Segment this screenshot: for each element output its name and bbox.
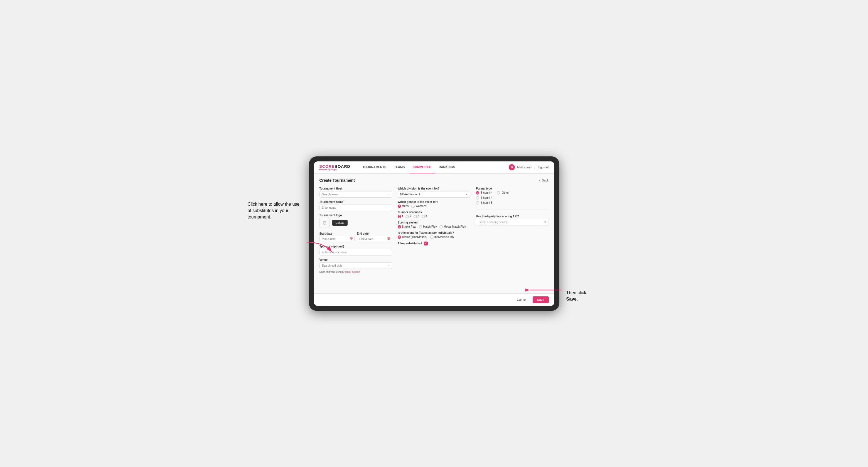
nav-teams[interactable]: TEAMS	[390, 161, 409, 174]
upload-button[interactable]: Upload	[332, 220, 348, 226]
user-avatar: B	[509, 164, 515, 170]
format-other-radio[interactable]	[497, 191, 500, 194]
format-label: Format type	[476, 187, 549, 190]
right-annotation: Then click Save.	[566, 289, 612, 302]
logo-placeholder: 🖼	[319, 218, 330, 228]
scoring-options: Stroke Play Match Play Medal Match Play	[398, 225, 470, 228]
end-date-input[interactable]	[357, 236, 392, 242]
nav-user: B blair admin | Sign out	[509, 164, 549, 170]
left-annotation: Click here to allow the use of substitut…	[248, 201, 303, 220]
medal-match-play[interactable]: Medal Match Play	[439, 225, 466, 228]
tournament-logo-group: Tournament logo 🖼 Upload	[319, 214, 392, 228]
format-5count4[interactable]: 5 count 4	[476, 191, 492, 194]
rounds-2-radio[interactable]	[405, 215, 409, 218]
tournament-logo-label: Tournament logo	[319, 214, 392, 217]
gender-mens[interactable]: Mens	[398, 205, 408, 208]
format-5count4-radio[interactable]	[476, 191, 479, 194]
logo-area: SCORESCOREBOARDBOARD Powered by clippd	[319, 164, 350, 170]
rounds-4[interactable]: 4	[422, 215, 428, 218]
scoring-api-select[interactable]: Select a scoring service	[476, 219, 549, 225]
nav-rankings[interactable]: RANKINGS	[435, 161, 459, 174]
tournament-name-label: Tournament name	[319, 200, 392, 204]
gender-label: Which gender is the event for?	[398, 200, 470, 204]
venue-input[interactable]	[319, 262, 392, 269]
gender-womens-radio[interactable]	[411, 205, 415, 208]
teams-individuals-radio[interactable]	[398, 236, 401, 239]
format-other[interactable]: Other	[497, 191, 509, 194]
venue-group: Venue ▼ Can't find your venue? email sup…	[319, 258, 392, 273]
sponsor-input[interactable]	[319, 249, 392, 255]
logo-powered: Powered by clippd	[319, 169, 350, 170]
nav-committee[interactable]: COMMITTEE	[409, 161, 435, 174]
rounds-group: Number of rounds 1 2	[398, 211, 470, 218]
start-date-label: Start date	[319, 232, 332, 235]
logo-scoreboard: SCORESCOREBOARDBOARD	[319, 164, 350, 169]
sponsor-label: Sponsor (optional)	[319, 245, 392, 248]
teams-group: Is this event for Teams and/or Individua…	[398, 231, 470, 239]
navbar: SCORESCOREBOARDBOARD Powered by clippd T…	[314, 161, 554, 174]
left-column: Tournament Host ▼ Tournament name Tourna	[319, 187, 392, 273]
form-grid: Tournament Host ▼ Tournament name Tourna	[319, 187, 549, 273]
individuals-only-radio[interactable]	[430, 236, 434, 239]
tournament-host-group: Tournament Host ▼	[319, 187, 392, 197]
teams-individuals[interactable]: Teams (+Individuals)	[398, 236, 428, 239]
rounds-1-radio[interactable]	[398, 215, 401, 218]
save-button[interactable]: Save	[533, 297, 549, 303]
gender-womens[interactable]: Womens	[411, 205, 426, 208]
email-support-link[interactable]: email support	[345, 271, 360, 273]
rounds-3[interactable]: 3	[413, 215, 420, 218]
host-dropdown-icon: ▼	[388, 193, 390, 196]
venue-help: Can't find your venue? email support	[319, 271, 392, 273]
format-6count4-radio[interactable]	[476, 196, 479, 199]
right-column: Format type 5 count 4	[476, 187, 549, 273]
page-title: Create Tournament	[319, 178, 355, 183]
format-options: 5 count 4 Other 6 count 4	[476, 191, 549, 205]
scoring-api-label: Use third-party live scoring API?	[476, 215, 549, 218]
rounds-2[interactable]: 2	[405, 215, 411, 218]
sponsor-group: Sponsor (optional)	[319, 245, 392, 255]
format-6count5[interactable]: 6 count 5	[476, 201, 549, 205]
nav-tournaments[interactable]: TOURNAMENTS	[359, 161, 390, 174]
form-footer: Cancel Save	[314, 293, 554, 306]
rounds-4-radio[interactable]	[422, 215, 425, 218]
format-6count4[interactable]: 6 count 4	[476, 196, 549, 199]
signout-link[interactable]: Sign out	[537, 165, 549, 169]
start-date-input[interactable]	[319, 236, 355, 242]
rounds-label: Number of rounds	[398, 211, 470, 214]
gender-group: Which gender is the event for? Mens	[398, 200, 470, 208]
substitutes-checkbox[interactable]	[424, 242, 428, 246]
stroke-play-radio[interactable]	[398, 225, 401, 228]
end-date-wrap: 📅	[357, 236, 392, 242]
division-select[interactable]: NCAA Division I	[398, 191, 470, 197]
scoring-label: Scoring system	[398, 221, 470, 224]
tablet-frame: SCORESCOREBOARDBOARD Powered by clippd T…	[309, 156, 559, 311]
nav-links: TOURNAMENTS TEAMS COMMITTEE RANKINGS	[359, 161, 509, 174]
division-label: Which division is the event for?	[398, 187, 470, 190]
format-6count5-radio[interactable]	[476, 201, 479, 205]
format-group: Format type 5 count 4	[476, 187, 549, 205]
substitutes-group: Allow substitutes?	[398, 242, 470, 246]
end-date-label: End date	[357, 232, 368, 235]
rounds-3-radio[interactable]	[413, 215, 417, 218]
division-group: Which division is the event for? NCAA Di…	[398, 187, 470, 197]
end-date-group: End date 📅	[357, 231, 392, 242]
match-play[interactable]: Match Play	[419, 225, 437, 228]
rounds-1[interactable]: 1	[398, 215, 404, 218]
stroke-play[interactable]: Stroke Play	[398, 225, 416, 228]
page-header: Create Tournament < Back	[319, 178, 549, 183]
start-date-wrap: 📅	[319, 236, 355, 242]
gender-mens-radio[interactable]	[398, 205, 401, 208]
tournament-host-input[interactable]	[319, 191, 392, 197]
back-link[interactable]: < Back	[539, 179, 549, 182]
medal-match-play-radio[interactable]	[439, 225, 443, 228]
gender-options: Mens Womens	[398, 205, 470, 208]
individuals-only[interactable]: Individuals Only	[430, 236, 454, 239]
tournament-name-group: Tournament name	[319, 200, 392, 211]
match-play-radio[interactable]	[419, 225, 422, 228]
logo-upload-area: 🖼 Upload	[319, 218, 392, 228]
rounds-options: 1 2 3	[398, 215, 470, 218]
end-date-icon: 📅	[387, 238, 391, 241]
tournament-name-input[interactable]	[319, 205, 392, 211]
cancel-button[interactable]: Cancel	[514, 297, 530, 303]
tournament-host-label: Tournament Host	[319, 187, 392, 190]
